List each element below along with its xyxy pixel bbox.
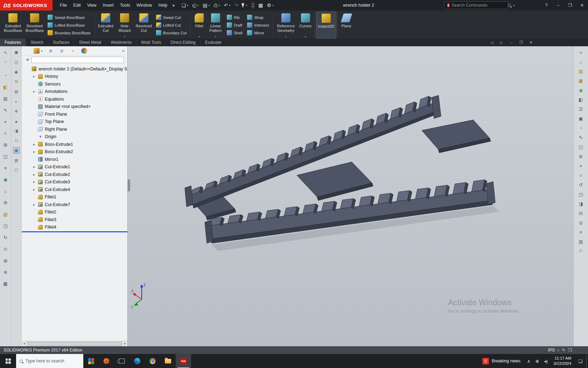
doc-next-icon[interactable]: ▷ <box>497 40 506 45</box>
tab-sketch[interactable]: Sketch <box>26 39 48 46</box>
toolbar-icon[interactable]: ⊕ <box>13 108 20 115</box>
toolbar-icon[interactable]: ◳ <box>2 223 9 229</box>
restore-button[interactable]: ❐ <box>564 3 576 8</box>
menu-file[interactable]: File <box>57 1 70 9</box>
intersect-button[interactable]: Intersect <box>246 21 270 29</box>
taskbar-clock[interactable]: 11:17 AM 3/22/2024 <box>550 356 574 366</box>
swept-boss-button[interactable]: Swept Boss/Base <box>46 14 92 21</box>
toolbar-icon[interactable]: ⌖ <box>2 118 9 125</box>
expand-arrow-icon[interactable]: ▸ <box>33 173 38 176</box>
wrap-button[interactable]: Wrap <box>246 14 270 21</box>
start-button[interactable] <box>0 354 16 368</box>
network-icon[interactable]: ⊕ <box>533 359 541 364</box>
collapse-panel-icon[interactable]: « <box>578 49 584 56</box>
dimxpertmanager-tab-icon[interactable]: ⌖ <box>70 48 76 54</box>
tree-item[interactable]: ▸Cut-Extrude4 <box>22 186 127 193</box>
taskbar-app-sports[interactable] <box>99 354 114 368</box>
taskbar-app-chrome[interactable] <box>145 354 160 368</box>
taskbar-app-explorer[interactable] <box>160 354 176 368</box>
taskbar-app-colored[interactable] <box>83 354 99 368</box>
toolbar-icon[interactable]: ◫ <box>13 59 20 66</box>
tree-item[interactable]: ▸Boss-Extrude2 <box>22 148 127 156</box>
toolbar-icon[interactable]: ▣ <box>578 115 584 122</box>
doc-minimize-icon[interactable]: – <box>507 40 516 45</box>
toolbar-icon[interactable]: ◳ <box>578 191 584 198</box>
redo-button[interactable]: ↷ <box>234 2 238 8</box>
menu-window[interactable]: Window <box>133 1 155 9</box>
shell-button[interactable]: Shell <box>225 29 244 36</box>
toolbar-icon[interactable]: ⌗ <box>2 130 9 137</box>
toolbar-icon[interactable]: ▤ <box>13 88 20 95</box>
rib-button[interactable]: Rib <box>225 14 244 21</box>
toolbar-icon[interactable]: ↻ <box>2 234 9 241</box>
volume-icon[interactable]: ◂) <box>541 359 550 364</box>
search-caret-icon[interactable]: ▾ <box>513 4 514 7</box>
propertymanager-tab-icon[interactable]: ≣ <box>48 48 54 54</box>
boundary-boss-button[interactable]: Boundary Boss/Base <box>46 29 92 36</box>
tree-item[interactable]: ▸Mirror1 <box>22 156 127 163</box>
tree-item[interactable]: ▸Top Plane <box>22 118 127 126</box>
toolbar-icon[interactable]: ✎ <box>578 134 584 141</box>
scroll-right-icon[interactable]: ▸ <box>122 342 127 345</box>
expand-arrow-icon[interactable]: ▸ <box>33 143 38 146</box>
tree-item[interactable]: ▸Cut-Extrude2 <box>22 171 127 178</box>
menu-view[interactable]: View <box>84 1 100 9</box>
scroll-left-icon[interactable]: ◂ <box>22 342 27 345</box>
tree-scrollbar[interactable]: ◂ ▸ <box>22 341 127 346</box>
toolbar-icon[interactable]: ⊞ <box>2 142 9 148</box>
draft-button[interactable]: Draft <box>225 21 244 29</box>
expand-arrow-icon[interactable]: ▸ <box>33 90 38 93</box>
taskbar-app-solidworks[interactable]: SW <box>176 354 191 368</box>
toolbar-icon[interactable]: ▥ <box>578 238 584 245</box>
toolbar-icon[interactable]: ⊟ <box>578 210 584 217</box>
hole-wizard-button[interactable]: Hole Wizard ▾ <box>115 12 134 39</box>
tree-item[interactable]: ▸Right Plane <box>22 125 127 133</box>
dropdown-caret-icon[interactable]: ▾ <box>124 35 125 38</box>
tab-evaluate[interactable]: Evaluate <box>201 39 226 46</box>
toolbar-icon[interactable]: ⚒ <box>13 79 20 85</box>
tree-item[interactable]: ▸Annotations <box>22 88 127 96</box>
task-view-button[interactable] <box>114 354 130 368</box>
tree-item[interactable]: ▸Equations <box>22 95 127 103</box>
expand-arrow-icon[interactable]: ▸ <box>33 188 38 191</box>
appearances-icon[interactable]: ◉ <box>578 87 584 94</box>
featuremanager-caret-icon[interactable]: ▾ <box>41 49 42 53</box>
doc-restore-icon[interactable]: ❐ <box>517 40 526 45</box>
lofted-cut-button[interactable]: Lofted Cut <box>155 21 188 29</box>
linear-pattern-button[interactable]: Linear Pattern ▾ <box>206 12 225 39</box>
tab-features[interactable]: Features <box>0 39 26 46</box>
dropdown-caret-icon[interactable]: ▾ <box>305 35 306 38</box>
units-selector[interactable]: IPS <box>548 348 555 353</box>
tab-mold-tools[interactable]: Mold Tools <box>136 39 166 46</box>
menu-edit[interactable]: Edit <box>70 1 84 9</box>
taskbar-search[interactable] <box>16 354 83 368</box>
minimize-button[interactable]: – <box>552 3 564 8</box>
tree-item[interactable]: ▸Fillet4 <box>22 224 127 231</box>
toolbar-icon[interactable]: ⚙ <box>2 199 9 206</box>
toolbar-icon[interactable]: ◉ <box>13 69 20 75</box>
plane-button[interactable]: Plane <box>339 12 354 39</box>
toolbar-icon[interactable]: ◫ <box>2 153 9 160</box>
rebuild-stoplight-icon[interactable] <box>251 2 254 8</box>
options-sheet-button[interactable]: ▦ <box>258 2 263 8</box>
tab-direct-editing[interactable]: Direct Editing <box>166 39 200 46</box>
toolbar-icon[interactable]: ◎ <box>578 219 584 226</box>
toolbar-icon[interactable]: ⊙ <box>2 246 9 252</box>
doc-close-icon[interactable]: ✕ <box>526 40 536 45</box>
menu-insert[interactable]: Insert <box>100 1 117 9</box>
toolbar-icon[interactable]: ≡ <box>578 229 584 236</box>
rollback-bar[interactable] <box>22 231 127 232</box>
file-explorer-icon[interactable]: ▦ <box>578 77 584 84</box>
dropdown-caret-icon[interactable]: ▾ <box>215 35 216 38</box>
tree-item[interactable]: ▸Fillet1 <box>22 193 127 201</box>
new-document-button[interactable]: ❏▾ <box>181 2 188 8</box>
units-caret-icon[interactable]: ▾ <box>558 349 559 352</box>
dropdown-caret-icon[interactable]: ▾ <box>198 35 200 38</box>
tree-item[interactable]: ▸Origin <box>22 133 127 141</box>
expand-arrow-icon[interactable]: ▸ <box>33 165 38 169</box>
toolbar-icon[interactable]: ⌂ <box>2 188 9 195</box>
extruded-cut-button[interactable]: Extruded Cut <box>96 12 115 39</box>
toolbar-icon[interactable]: ≣ <box>578 153 584 160</box>
action-center-icon[interactable]: ❏ <box>574 359 586 364</box>
curves-button[interactable]: Curves ▾ <box>298 12 314 39</box>
